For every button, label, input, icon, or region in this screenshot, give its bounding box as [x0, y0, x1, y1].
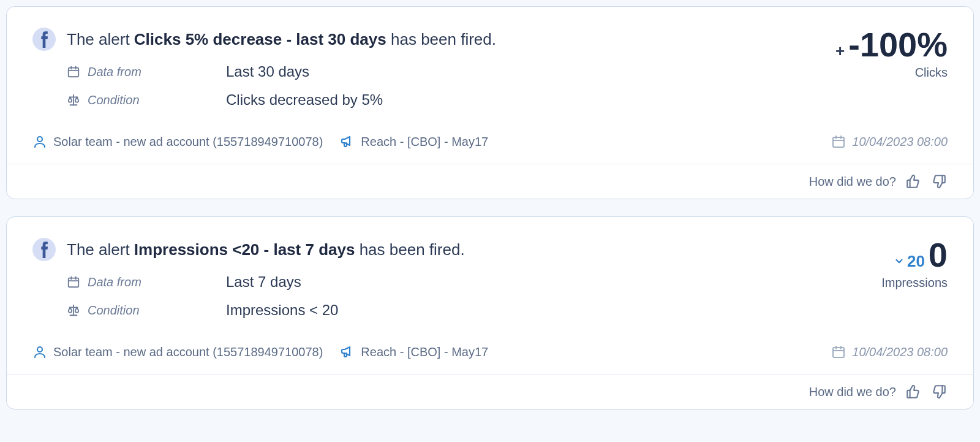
thumbs-up-icon [905, 173, 921, 189]
data-from-label: Data from [88, 65, 141, 79]
alert-meta: Solar team - new ad account (15571894971… [7, 336, 973, 375]
thumbs-down-icon [931, 173, 947, 189]
thumbs-up-button[interactable] [905, 173, 922, 190]
thumbs-up-icon [905, 384, 921, 400]
svg-point-19 [37, 347, 42, 352]
alert-feedback: How did we do? [7, 164, 973, 199]
svg-rect-8 [833, 137, 844, 147]
alert-meta: Solar team - new ad account (15571894971… [7, 126, 973, 164]
detail-label: Condition [67, 93, 226, 107]
meta-timestamp: 10/04/2023 08:00 [831, 134, 948, 149]
meta-campaign[interactable]: Reach - [CBO] - May17 [340, 345, 488, 359]
detail-label: Data from [67, 65, 226, 79]
feedback-label: How did we do? [809, 175, 896, 189]
timestamp-text: 10/04/2023 08:00 [852, 345, 948, 359]
metric-value: -100% [848, 28, 948, 62]
alert-details: Data from Last 7 days Condition Impressi… [67, 273, 870, 319]
metric-prefix: + [835, 42, 845, 61]
megaphone-icon [340, 134, 355, 149]
meta-timestamp: 10/04/2023 08:00 [831, 345, 948, 359]
person-icon [32, 345, 47, 359]
account-text: Solar team - new ad account (15571894971… [53, 345, 323, 359]
facebook-icon [32, 28, 56, 51]
alert-title-row: The alert Clicks 5% decrease - last 30 d… [32, 28, 824, 51]
alert-card: The alert Impressions <20 - last 7 days … [6, 216, 974, 410]
chevron-down-icon [894, 256, 905, 267]
meta-account[interactable]: Solar team - new ad account (15571894971… [32, 134, 323, 149]
alert-title: The alert Impressions <20 - last 7 days … [67, 240, 465, 259]
metric-block: + -100% Clicks [835, 28, 948, 80]
calendar-icon [831, 345, 846, 359]
alert-title: The alert Clicks 5% decrease - last 30 d… [67, 30, 496, 49]
condition-value: Clicks decreased by 5% [226, 91, 383, 109]
alert-left: The alert Clicks 5% decrease - last 30 d… [32, 28, 824, 120]
metric-label: Impressions [881, 276, 948, 290]
scale-icon [67, 303, 80, 317]
megaphone-icon [340, 345, 355, 359]
person-icon [32, 134, 47, 149]
metric-label: Clicks [915, 66, 948, 80]
timestamp-text: 10/04/2023 08:00 [852, 135, 948, 149]
alert-header: The alert Impressions <20 - last 7 days … [7, 217, 973, 336]
alert-feedback: How did we do? [7, 375, 973, 409]
svg-rect-20 [833, 348, 844, 357]
meta-account[interactable]: Solar team - new ad account (15571894971… [32, 345, 323, 359]
thumbs-down-button[interactable] [930, 173, 948, 190]
metric-value-row: + -100% [835, 28, 948, 62]
meta-campaign[interactable]: Reach - [CBO] - May17 [340, 134, 488, 149]
thumbs-down-button[interactable] [930, 383, 948, 400]
svg-rect-0 [69, 68, 79, 77]
calendar-icon [67, 65, 80, 78]
detail-data-from: Data from Last 30 days [67, 63, 824, 80]
detail-label: Data from [67, 275, 226, 289]
thumbs-up-button[interactable] [905, 383, 922, 400]
campaign-text: Reach - [CBO] - May17 [361, 135, 488, 149]
account-text: Solar team - new ad account (15571894971… [53, 135, 323, 149]
alert-title-prefix: The alert [67, 30, 134, 48]
metric-value: 0 [929, 238, 948, 272]
condition-label: Condition [88, 93, 140, 107]
alert-title-row: The alert Impressions <20 - last 7 days … [32, 238, 870, 261]
threshold-value: 20 [907, 252, 925, 271]
alert-title-suffix: has been fired. [355, 240, 464, 259]
detail-label: Condition [67, 303, 226, 318]
alert-title-suffix: has been fired. [386, 30, 496, 48]
alert-title-prefix: The alert [67, 240, 134, 259]
data-from-value: Last 30 days [226, 63, 309, 80]
alert-header: The alert Clicks 5% decrease - last 30 d… [7, 7, 973, 126]
svg-point-7 [37, 137, 42, 142]
condition-label: Condition [88, 303, 140, 318]
alert-title-name: Clicks 5% decrease - last 30 days [134, 30, 386, 48]
campaign-text: Reach - [CBO] - May17 [361, 345, 488, 359]
calendar-icon [67, 275, 80, 289]
alert-title-name: Impressions <20 - last 7 days [134, 240, 355, 259]
alert-card: The alert Clicks 5% decrease - last 30 d… [6, 6, 974, 199]
condition-value: Impressions < 20 [226, 302, 338, 319]
data-from-value: Last 7 days [226, 273, 301, 291]
data-from-label: Data from [88, 275, 141, 289]
facebook-icon [32, 238, 56, 261]
detail-condition: Condition Impressions < 20 [67, 302, 870, 319]
metric-value-row: 20 0 [894, 238, 948, 272]
detail-condition: Condition Clicks decreased by 5% [67, 91, 824, 109]
detail-data-from: Data from Last 7 days [67, 273, 870, 291]
svg-rect-12 [69, 278, 79, 288]
thumbs-down-icon [931, 384, 947, 400]
scale-icon [67, 93, 80, 107]
calendar-icon [831, 134, 846, 149]
alert-details: Data from Last 30 days Condition Clicks … [67, 63, 824, 109]
alert-left: The alert Impressions <20 - last 7 days … [32, 238, 870, 330]
metric-prefix: 20 [894, 252, 925, 271]
feedback-label: How did we do? [809, 385, 896, 399]
metric-block: 20 0 Impressions [881, 238, 948, 290]
